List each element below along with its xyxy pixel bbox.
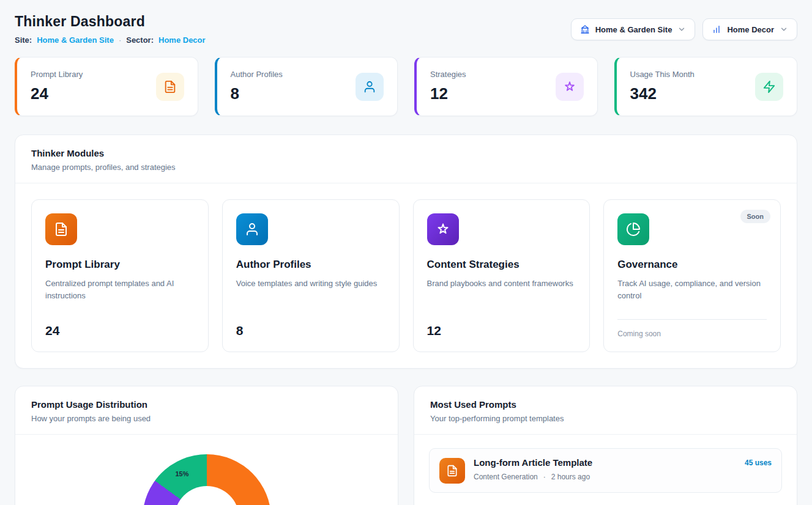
module-title: Prompt Library (45, 259, 195, 271)
chevron-down-icon (677, 25, 686, 34)
sector-label: Sector: (126, 35, 154, 45)
chevron-down-icon (780, 25, 788, 34)
modules-title: Thinker Modules (31, 148, 781, 158)
modules-subtitle: Manage prompts, profiles, and strategies (31, 163, 781, 172)
site-selector-dropdown[interactable]: Home & Garden Site (571, 18, 696, 40)
module-description: Brand playbooks and content frameworks (427, 278, 576, 290)
sector-selector-label: Home Decor (727, 25, 774, 34)
donut-segment-label: 15% (172, 470, 193, 477)
most-used-prompts-panel: Most Used Prompts Your top-performing pr… (414, 386, 797, 505)
prompt-item-category: Content Generation (474, 473, 538, 481)
site-label: Site: (15, 35, 32, 45)
site-selector-label: Home & Garden Site (595, 25, 672, 34)
sector-link[interactable]: Home Decor (158, 35, 206, 45)
stat-value: 8 (231, 84, 283, 103)
page-title: Thinker Dashboard (15, 13, 206, 30)
user-icon (356, 73, 384, 101)
stat-label: Strategies (430, 70, 466, 79)
document-icon (439, 458, 465, 484)
document-icon (45, 213, 77, 245)
module-value: 8 (236, 323, 386, 338)
thinker-modules-panel: Thinker Modules Manage prompts, profiles… (15, 135, 797, 369)
module-description: Track AI usage, compliance, and version … (617, 278, 767, 301)
stat-card-usage: Usage This Month 342 (614, 57, 798, 116)
usage-distribution-title: Prompt Usage Distribution (31, 399, 382, 410)
stat-label: Prompt Library (31, 70, 83, 79)
prompt-item-title: Long-form Article Template (474, 457, 592, 468)
stat-label: Usage This Month (630, 70, 695, 79)
header-left: Thinker Dashboard Site: Home & Garden Si… (15, 13, 206, 45)
module-card-author-profiles[interactable]: Author Profiles Voice templates and writ… (222, 199, 400, 352)
prompt-item-text: Long-form Article Template Content Gener… (474, 457, 592, 481)
sparkle-star-icon (427, 213, 459, 245)
header-actions: Home & Garden Site Home Decor (571, 18, 797, 40)
usage-distribution-subtitle: How your prompts are being used (31, 414, 382, 423)
lightning-icon (755, 73, 783, 101)
usage-donut: 15% (143, 454, 271, 505)
stat-card-strategies: Strategies 12 (414, 57, 598, 116)
stats-row: Prompt Library 24 Author Profiles 8 Stra… (15, 57, 797, 116)
most-used-title: Most Used Prompts (430, 399, 781, 410)
document-icon (156, 73, 184, 101)
module-value: 24 (45, 323, 195, 338)
module-value: 12 (427, 323, 576, 338)
page-header: Thinker Dashboard Site: Home & Garden Si… (15, 13, 797, 45)
modules-grid: Prompt Library Centralized prompt templa… (15, 183, 797, 368)
prompt-item-time: 2 hours ago (551, 473, 590, 481)
usage-distribution-panel: Prompt Usage Distribution How your promp… (15, 386, 398, 505)
stat-label: Author Profiles (231, 70, 283, 79)
sparkle-star-icon (556, 73, 584, 101)
chart-area: 15% (15, 435, 398, 505)
stat-text: Author Profiles 8 (231, 70, 283, 103)
stat-card-prompt-library: Prompt Library 24 (15, 57, 198, 116)
sector-selector-dropdown[interactable]: Home Decor (702, 18, 797, 40)
stat-text: Usage This Month 342 (630, 70, 695, 103)
stat-value: 12 (430, 84, 466, 103)
soon-badge: Soon (740, 210, 771, 223)
module-card-governance[interactable]: Soon Governance Track AI usage, complian… (603, 199, 781, 352)
uses-count-badge: 45 uses (745, 459, 772, 467)
stat-value: 342 (630, 84, 695, 103)
building-icon (580, 24, 590, 34)
module-description: Centralized prompt templates and AI inst… (45, 278, 195, 301)
stat-text: Strategies 12 (430, 70, 466, 103)
most-used-subtitle: Your top-performing prompt templates (430, 414, 781, 423)
prompt-list: Long-form Article Template Content Gener… (414, 435, 797, 505)
bar-chart-icon (712, 24, 721, 34)
module-title: Author Profiles (236, 259, 386, 271)
breadcrumb: Site: Home & Garden Site · Sector: Home … (15, 35, 206, 45)
site-link[interactable]: Home & Garden Site (37, 35, 114, 45)
prompt-item-meta: Content Generation · 2 hours ago (474, 473, 592, 481)
usage-distribution-header: Prompt Usage Distribution How your promp… (15, 386, 398, 435)
module-card-content-strategies[interactable]: Content Strategies Brand playbooks and c… (413, 199, 590, 352)
separator-dot: · (119, 35, 121, 45)
coming-soon-text: Coming soon (617, 319, 767, 338)
pie-chart-icon (617, 213, 649, 245)
module-title: Governance (617, 259, 767, 271)
stat-value: 24 (31, 84, 83, 103)
module-card-prompt-library[interactable]: Prompt Library Centralized prompt templa… (31, 199, 209, 352)
separator-dot: · (543, 473, 546, 481)
stat-text: Prompt Library 24 (31, 70, 83, 103)
module-title: Content Strategies (427, 259, 576, 271)
list-item[interactable]: Long-form Article Template Content Gener… (429, 448, 782, 493)
module-description: Voice templates and writing style guides (236, 278, 386, 290)
dashboard-page: Thinker Dashboard Site: Home & Garden Si… (0, 0, 812, 505)
bottom-row: Prompt Usage Distribution How your promp… (15, 386, 797, 505)
user-icon (236, 213, 268, 245)
stat-card-author-profiles: Author Profiles 8 (215, 57, 398, 116)
most-used-header: Most Used Prompts Your top-performing pr… (414, 386, 797, 435)
modules-header: Thinker Modules Manage prompts, profiles… (15, 135, 797, 183)
